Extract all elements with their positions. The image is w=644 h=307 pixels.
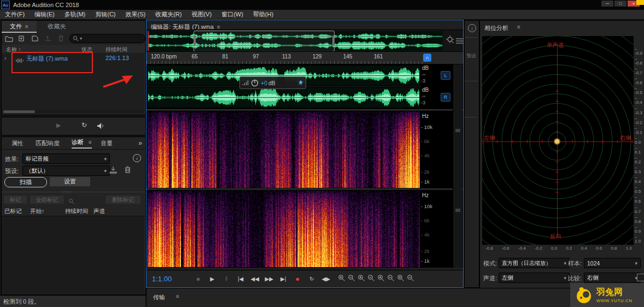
menu-favorites[interactable]: 收藏夹(R) [150, 10, 186, 19]
sample-dropdown[interactable]: 1024▾ [584, 258, 641, 268]
overview-selection[interactable] [194, 31, 335, 52]
section-divider-1[interactable] [147, 109, 463, 110]
preview-play-button[interactable]: ▶ [56, 122, 61, 129]
editor-vscrollbar[interactable] [453, 64, 462, 268]
playhead[interactable] [148, 31, 149, 51]
vscroll-thumb-2[interactable] [455, 209, 460, 212]
time-display[interactable]: 1:1.00 [152, 275, 172, 283]
phase-panel-menu-icon[interactable]: ≡ [517, 24, 520, 30]
column-marked[interactable]: 已标记 [4, 208, 22, 215]
gain-value[interactable]: +0 [261, 80, 267, 86]
zoom-navigator-icon[interactable] [446, 36, 455, 47]
maximize-button[interactable]: □ [614, 1, 627, 7]
transport-panel-menu-icon[interactable]: ≡ [176, 293, 179, 299]
phase-display[interactable]: 单声道 左侧 右侧 反向 [482, 36, 634, 245]
waveform-area[interactable]: dB -∞ -3 L dB -∞ -3 R +0 dB [147, 64, 463, 109]
loop-playback-button[interactable]: ↻ [305, 274, 318, 284]
column-channel[interactable]: 声道 [93, 208, 105, 215]
menu-edit[interactable]: 编辑(E) [30, 10, 60, 19]
spectrogram-area-1[interactable]: Hz- 10k- 6k- 4k- 2k- 1k [147, 111, 463, 188]
zoom-to-out-point-button[interactable] [397, 274, 405, 284]
timeline-ruler[interactable]: 120.0 bpm 658197113129145161 ∩ [147, 51, 463, 64]
zoom-out-amplitude-button[interactable] [348, 274, 355, 284]
menu-multitrack[interactable]: 多轨(M) [60, 10, 91, 19]
vscroll-thumb-1[interactable] [455, 129, 460, 132]
mode-dropdown[interactable]: 直方图（日志缩放）▾ [499, 258, 570, 268]
overview-strip[interactable] [147, 29, 463, 52]
tab-favorites[interactable]: 收藏夹 [38, 21, 76, 32]
zoom-out-time-button[interactable] [367, 274, 375, 284]
info-icon[interactable]: i [133, 154, 141, 162]
panel-menu-icon[interactable]: ≡ [25, 23, 28, 29]
tab-files[interactable]: 文件 ≡ [2, 21, 37, 33]
list-view-icon[interactable] [456, 37, 463, 46]
compare-checkbox[interactable] [637, 274, 644, 281]
tab-match-loudness[interactable]: 匹配响度 [36, 139, 60, 147]
zoom-in-time-button[interactable] [358, 274, 365, 284]
pin-icon[interactable] [298, 80, 303, 86]
tab-properties[interactable]: 属性 [11, 139, 24, 147]
gain-hud[interactable]: +0 dB [239, 76, 306, 89]
preset-dropdown[interactable]: （默认）▾ [22, 166, 110, 176]
menu-window[interactable]: 窗口(W) [216, 10, 248, 19]
tab-more[interactable]: 音量 [101, 139, 113, 147]
skip-to-start-button[interactable]: |◀ [234, 274, 247, 284]
menu-help[interactable]: 帮助(H) [248, 10, 278, 19]
fast-forward-button[interactable]: ▶▶ [262, 274, 276, 284]
effect-dropdown[interactable]: 标记音频▾ [22, 154, 110, 164]
skip-to-end-button[interactable]: ▶| [277, 274, 290, 284]
menu-view[interactable]: 视图(V) [186, 10, 216, 19]
waveform-right-canvas[interactable] [148, 87, 420, 108]
zoom-in-amplitude-button[interactable] [338, 274, 346, 284]
section-divider-2[interactable] [147, 188, 463, 189]
import-file-icon[interactable] [18, 34, 26, 44]
settings-button[interactable]: 设置 [50, 177, 90, 186]
selection-left-handle[interactable] [194, 36, 196, 46]
auto-play-speaker-icon[interactable] [97, 122, 106, 132]
channel-left-button[interactable]: L [441, 71, 450, 80]
zoom-selection-button[interactable] [407, 274, 414, 284]
scan-button[interactable]: 扫描 [4, 177, 47, 187]
channel-right-button[interactable]: R [441, 93, 450, 102]
menu-effects[interactable]: 效果(S) [121, 10, 151, 19]
strip-label[interactable]: 预设 [466, 52, 476, 60]
channel-dropdown[interactable]: 左侧▾ [499, 273, 570, 283]
minimize-button[interactable]: ─ [601, 1, 613, 7]
delete-preset-icon[interactable] [124, 166, 131, 176]
snap-icon[interactable]: ∩ [423, 54, 431, 62]
tab-diagnostics[interactable]: 诊断 ≡ [72, 138, 92, 149]
selection-right-handle[interactable] [332, 36, 335, 46]
gain-knob-icon[interactable] [251, 79, 259, 87]
shuttle-button[interactable]: ◀▶ [319, 274, 332, 284]
scrollbar-thumb[interactable] [3, 110, 35, 113]
pause-button[interactable]: ‖ [220, 274, 233, 284]
column-duration[interactable]: 持续时间 [106, 46, 127, 54]
menu-clip[interactable]: 剪辑(C) [90, 10, 120, 19]
gain-unit: dB [268, 80, 276, 86]
save-preset-icon[interactable] [109, 166, 118, 176]
panel-divider[interactable] [2, 192, 144, 192]
tab-overflow-icon[interactable]: » [138, 139, 142, 147]
divider-grip-icon[interactable]: :::::: [62, 190, 72, 194]
zoom-to-in-point-button[interactable] [387, 274, 395, 284]
zoom-reset-button[interactable] [377, 274, 385, 284]
search-input[interactable]: ▾ [69, 34, 145, 43]
spectrogram-canvas-2[interactable] [148, 191, 420, 267]
spectrogram-canvas-1[interactable] [148, 111, 420, 188]
strip-info-icon[interactable]: i [468, 24, 476, 32]
phase-canvas[interactable] [482, 36, 634, 245]
spectrogram-area-2[interactable]: Hz- 10k- 6k- 4k- 2k- 1k [147, 190, 463, 268]
column-duration2[interactable]: 持续时间 [65, 208, 88, 215]
menu-file[interactable]: 文件(F) [0, 10, 30, 19]
preview-loop-button[interactable]: ↻ [81, 121, 87, 129]
record-button[interactable]: ● [291, 274, 304, 284]
rewind-button[interactable]: ◀◀ [248, 274, 261, 284]
new-file-icon[interactable] [31, 34, 39, 44]
open-file-icon[interactable] [5, 34, 13, 44]
column-start[interactable]: 开始↑ [30, 208, 44, 215]
stop-button[interactable]: ■ [191, 274, 204, 284]
compare-dropdown[interactable]: 右侧▾ [584, 273, 641, 283]
play-button[interactable]: ▶ [206, 274, 219, 284]
files-hscrollbar[interactable] [2, 110, 144, 114]
expander-icon[interactable]: › [4, 55, 7, 61]
